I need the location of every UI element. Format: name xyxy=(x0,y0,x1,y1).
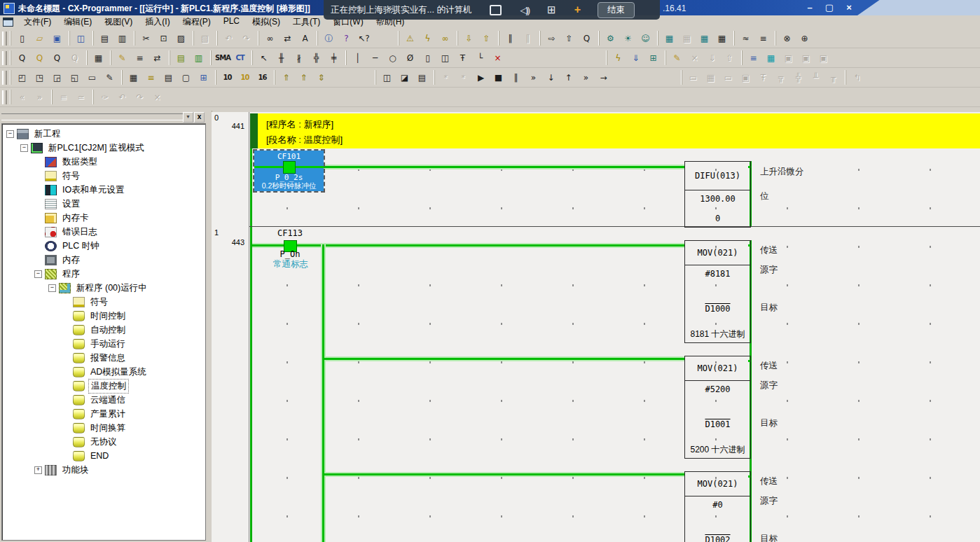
grid-toggle-button[interactable]: ▦ xyxy=(90,50,106,65)
new-window-button[interactable]: ◰ xyxy=(14,70,30,85)
distribute-3-button[interactable]: ╬ xyxy=(790,70,806,85)
menu-item[interactable]: 编程(P) xyxy=(177,15,217,29)
pen-undo-button[interactable]: ↶ xyxy=(114,90,130,104)
delete-line-button[interactable]: × xyxy=(490,50,506,65)
return-button[interactable]: ↰ xyxy=(849,70,865,85)
send-changes-button[interactable]: ⇓ xyxy=(628,50,644,65)
distribute-1-button[interactable]: Ŧ xyxy=(755,70,771,85)
monitor-mode-button[interactable]: ▦ xyxy=(661,31,677,46)
tree-expand-toggle[interactable]: − xyxy=(48,284,56,292)
tree-item[interactable]: IO表和单元设置 xyxy=(2,183,205,197)
contact-or-no-button[interactable]: ╬ xyxy=(308,50,324,65)
sim-step-out-button[interactable]: ↑ xyxy=(560,70,577,85)
sim-run-button[interactable]: ▶ xyxy=(473,70,489,85)
monitor-2-button[interactable]: ▦ xyxy=(679,31,695,46)
menu-item[interactable]: 编辑(E) xyxy=(57,15,98,29)
fullscreen-icon[interactable] xyxy=(490,5,502,15)
zoom-window-button[interactable]: ◲ xyxy=(49,70,65,85)
coil-button[interactable]: ○ xyxy=(385,50,401,65)
tree-item[interactable]: 错误日志 xyxy=(2,225,205,239)
tree-item[interactable]: 自动控制 xyxy=(2,323,205,337)
confirm-online-edit-button[interactable]: ⇧ xyxy=(722,50,738,65)
tree-item[interactable]: 内存 xyxy=(2,253,205,267)
coil-nc-button[interactable]: Ø xyxy=(402,50,418,65)
fb-parameter-button[interactable]: Ŧ xyxy=(455,50,471,65)
pause-monitor-button[interactable]: ‖ xyxy=(520,31,536,46)
online-edit-button[interactable]: ϟ xyxy=(610,50,626,65)
ladder-view-button[interactable]: ▤ xyxy=(173,50,189,65)
print-button[interactable]: ▤ xyxy=(97,31,113,46)
minimize-button[interactable]: – xyxy=(803,2,817,13)
tree-item[interactable]: PLC 时钟 xyxy=(2,239,205,253)
tree-item[interactable]: −新程序 (00)运行中 xyxy=(2,281,205,295)
menu-item[interactable]: 文件(F) xyxy=(18,15,57,29)
tree-item[interactable]: −新PLC1[CJ2M] 监视模式 xyxy=(2,141,205,155)
zoom-custom-button[interactable]: Q xyxy=(32,50,48,65)
find-button[interactable]: ∞ xyxy=(262,31,278,46)
menu-item[interactable]: 工具(T) xyxy=(287,15,326,29)
release-protect-button[interactable]: ⊕ xyxy=(796,31,813,46)
line-connect-button[interactable]: └ xyxy=(472,50,488,65)
tree-item[interactable]: 符号 xyxy=(2,295,205,309)
speaker-icon[interactable]: ◁)) xyxy=(520,5,529,15)
breakpoint-button[interactable]: ＊ xyxy=(438,70,454,85)
watch-window-button[interactable]: ▤ xyxy=(160,70,177,85)
binary-display-button[interactable]: 10 xyxy=(219,70,235,85)
contact-cf101-selected[interactable]: CF101 P_0_2s 0.2秒时钟脉冲位 xyxy=(254,151,324,191)
zoom-in-button[interactable]: Q xyxy=(49,50,65,65)
tree-item[interactable]: 时间控制 xyxy=(2,309,205,323)
compile-button[interactable]: ⚠ xyxy=(402,31,418,46)
restore-button[interactable]: ▢ xyxy=(822,2,836,13)
sim-to-cursor-button[interactable]: → xyxy=(595,70,612,85)
contact-no-button[interactable]: ╫ xyxy=(273,50,289,65)
monitor-4-button[interactable]: ▦ xyxy=(714,31,730,46)
address-grid-button[interactable]: ⊞ xyxy=(195,70,212,85)
online-compile-button[interactable]: ϟ xyxy=(420,31,436,46)
io-comment-button[interactable]: ⇄ xyxy=(149,50,165,65)
tree-item[interactable]: 内存卡 xyxy=(2,211,205,225)
sim-stop-button[interactable]: ■ xyxy=(490,70,506,85)
distribute-4-button[interactable]: ╨ xyxy=(808,70,824,85)
sim-step-button[interactable]: » xyxy=(525,70,541,85)
sim-continuous-button[interactable]: » xyxy=(578,70,594,85)
tree-expand-toggle[interactable]: − xyxy=(20,144,28,152)
edit-rung-note-button[interactable]: ✎ xyxy=(669,50,685,65)
select-pointer-button[interactable]: ↖ xyxy=(256,50,272,65)
show-detail-button[interactable]: ≡ xyxy=(132,50,148,65)
import-program-button[interactable]: ⇧ xyxy=(561,31,577,46)
outline-style-button[interactable]: ≃ xyxy=(73,90,89,104)
print-zoom-button[interactable]: ◫ xyxy=(73,31,89,46)
copy-button[interactable]: ⊡ xyxy=(156,31,172,46)
indent-right-button[interactable]: » xyxy=(32,90,48,104)
sim-online-button[interactable]: ◫ xyxy=(379,70,395,85)
cut-button[interactable]: ✂ xyxy=(138,31,154,46)
tile-windows-button[interactable]: ◱ xyxy=(67,70,83,85)
menu-item[interactable]: 插入(I) xyxy=(139,15,176,29)
tree-expand-toggle[interactable]: − xyxy=(6,130,14,138)
tree-item[interactable]: END xyxy=(2,449,205,463)
monitor-settings-button[interactable]: ⚙ xyxy=(602,31,619,46)
time-chart-button[interactable]: ≈ xyxy=(738,31,754,46)
tree-expand-toggle[interactable]: + xyxy=(34,466,42,474)
tree-item[interactable]: 产量累计 xyxy=(2,407,205,421)
force-off-button[interactable]: ⇑ xyxy=(296,70,312,85)
tree-item[interactable]: −程序 xyxy=(2,267,205,281)
mdi-child-icon[interactable] xyxy=(3,18,13,27)
mov-instruction-box[interactable]: MOV(021)#5200D10015200 十六进制 xyxy=(684,356,751,459)
bcd-display-button[interactable]: 10 xyxy=(237,70,253,85)
cross-reference-button[interactable]: ▦ xyxy=(125,70,142,85)
force-on-button[interactable]: ⇑ xyxy=(278,70,294,85)
tree-expand-toggle[interactable]: − xyxy=(34,270,42,278)
tree-item[interactable]: −新工程 xyxy=(2,127,205,141)
paste-button[interactable]: ▨ xyxy=(173,31,189,46)
rung-comment-button[interactable]: ✎ xyxy=(114,50,130,65)
transfer-to-plc-button[interactable]: ⇩ xyxy=(461,31,477,46)
save-button[interactable]: ▣ xyxy=(49,31,65,46)
monitor-opt2-button[interactable]: ▣ xyxy=(798,50,814,65)
align-2-button[interactable]: ▦ xyxy=(703,70,719,85)
menu-item[interactable]: 视图(V) xyxy=(98,15,139,29)
pen-redo-button[interactable]: ↷ xyxy=(132,90,148,104)
close-button[interactable]: × xyxy=(842,2,856,13)
pen-cancel-button[interactable]: × xyxy=(149,90,165,104)
list-style-button[interactable]: ≡ xyxy=(55,90,71,104)
